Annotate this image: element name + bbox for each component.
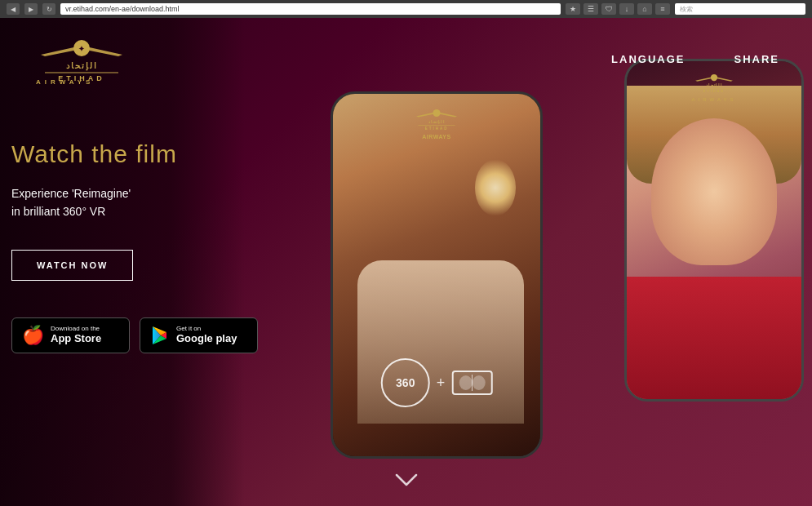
header-navigation: LANGUAGE SHARE [611,53,779,65]
plus-icon: + [437,375,446,392]
phone-left-screen: الإتحاد ETIHAD AIRWAYS 360 + [333,94,540,456]
vr-box-icon [451,371,492,395]
refresh-button[interactable]: ↻ [42,3,55,15]
scroll-down-indicator[interactable] [394,473,419,494]
phone-left-mockup: الإتحاد ETIHAD AIRWAYS 360 + [331,91,543,459]
logo-svg: ✦ الإتحاد ETIHAD [33,32,131,85]
google-play-icon [150,326,170,345]
security-icon[interactable]: 🛡 [601,3,616,15]
google-play-label-top: Get it on [176,325,237,332]
menu-icon[interactable]: ≡ [655,3,670,15]
vr-lens-right [472,375,485,390]
google-play-label-main: Google play [176,332,237,345]
vr-lens-left [459,375,472,390]
logo-airways-text: AIRWAYS [33,78,94,86]
360-label: 360 [396,376,415,389]
store-buttons-group: 🍎 Download on the App Store [11,317,258,353]
portrait-outfit [627,277,801,399]
search-bar[interactable]: 検索 [675,3,805,15]
svg-text:الإتحاد: الإتحاد [66,61,98,71]
etihad-logo[interactable]: ✦ الإتحاد ETIHAD AIRWAYS [33,32,131,86]
svg-marker-7 [416,113,435,118]
svg-marker-8 [439,113,458,118]
forward-button[interactable]: ▶ [24,3,38,15]
reader-icon[interactable]: ☰ [583,3,598,15]
vr-360-overlay: 360 + [381,358,493,407]
chevron-down-icon [394,473,419,489]
bookmark-icon[interactable]: ★ [566,3,580,15]
subtitle-line1: Experience 'Reimagine' [11,187,131,200]
home-icon[interactable]: ⌂ [637,3,652,15]
url-text: vr.etihad.com/en-ae/download.html [65,5,180,13]
portrait-background [627,86,801,399]
site-header: ✦ الإتحاد ETIHAD AIRWAYS LANGUAGE SHARE [0,18,812,100]
cabin-light [475,159,516,216]
svg-point-9 [433,109,441,117]
svg-marker-0 [41,47,78,56]
app-store-label-top: Download on the [51,325,101,332]
phone-logo-airways: AIRWAYS [412,134,461,140]
search-placeholder: 検索 [680,5,693,14]
language-nav-item[interactable]: LANGUAGE [611,53,685,65]
browser-toolbar: ◀ ▶ ↻ vr.etihad.com/en-ae/download.html … [0,0,812,18]
svg-text:ETIHAD: ETIHAD [425,126,449,131]
phone-right-screen: الإتحاد ETIHAD AIRWAYS [627,61,801,399]
svg-text:✦: ✦ [78,45,85,53]
app-store-text: Download on the App Store [51,325,101,345]
portrait-face [651,118,777,265]
svg-text:الإتحاد: الإتحاد [428,119,445,124]
apple-icon: 🍎 [22,325,44,346]
app-store-label-main: App Store [51,332,101,345]
google-play-text: Get it on Google play [176,325,237,345]
google-play-button[interactable]: Get it on Google play [140,317,258,353]
main-headline: Watch the film [11,140,258,168]
address-bar[interactable]: vr.etihad.com/en-ae/download.html [60,3,561,15]
phone-left-logo: الإتحاد ETIHAD AIRWAYS [412,106,461,140]
main-page: ✦ الإتحاد ETIHAD AIRWAYS LANGUAGE SHARE … [0,18,812,506]
back-button[interactable]: ◀ [7,3,20,15]
svg-marker-1 [86,47,122,56]
browser-action-icons: ★ ☰ 🛡 ↓ ⌂ ≡ [566,3,670,15]
app-store-button[interactable]: 🍎 Download on the App Store [11,317,130,353]
download-icon[interactable]: ↓ [619,3,634,15]
watch-now-button[interactable]: WATCH NOW [11,250,133,281]
subtitle-text: Experience 'Reimagine' in brilliant 360°… [11,184,258,221]
phone-right-mockup: الإتحاد ETIHAD AIRWAYS [624,59,804,402]
360-circle-icon: 360 [381,358,430,407]
share-nav-item[interactable]: SHARE [734,53,779,65]
phones-mockup-container: الإتحاد ETIHAD AIRWAYS 360 + [306,42,812,499]
subtitle-line2: in brilliant 360° VR [11,205,105,218]
content-left-panel: Watch the film Experience 'Reimagine' in… [11,140,258,353]
